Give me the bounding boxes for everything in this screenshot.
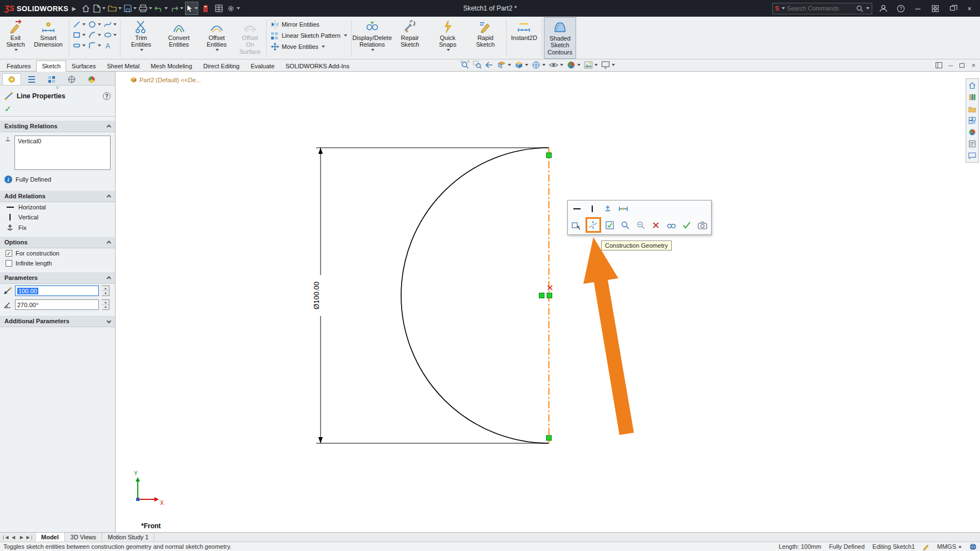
tab-sheet-metal[interactable]: Sheet Metal	[101, 61, 145, 71]
merge-points-button[interactable]	[617, 202, 630, 216]
length-input[interactable]: 100.00	[15, 285, 99, 296]
select-chain-button[interactable]	[570, 218, 583, 232]
feature-manager-tab[interactable]	[22, 73, 41, 85]
dropdown-caret-icon[interactable]	[525, 64, 528, 66]
doc-minimize-icon[interactable]: ─	[949, 62, 953, 69]
for-construction-checkbox[interactable]: ✓	[6, 250, 12, 257]
dropdown-caret-icon[interactable]	[447, 49, 450, 51]
dropdown-caret-icon[interactable]	[594, 64, 598, 66]
collapse-chevron-icon[interactable]	[107, 241, 111, 245]
dropdown-caret-icon[interactable]	[542, 64, 546, 66]
dropdown-caret-icon[interactable]	[102, 7, 106, 9]
zoom-to-fit-button[interactable]	[460, 60, 470, 70]
dropdown-caret-icon[interactable]	[118, 7, 122, 9]
shaded-sketch-contours-button[interactable]: Shaded Sketch Contours	[544, 17, 576, 59]
apply-scene-button[interactable]	[583, 60, 598, 70]
spinner-up-icon[interactable]	[104, 288, 107, 289]
line-tool-button[interactable]	[72, 20, 86, 29]
collapse-chevron-icon[interactable]	[107, 276, 111, 280]
delete-entity-button[interactable]	[649, 218, 663, 232]
dropdown-caret-icon[interactable]	[322, 46, 325, 48]
dropdown-caret-icon[interactable]	[164, 7, 168, 9]
add-horizontal-relation[interactable]: Horizontal	[0, 202, 115, 212]
prev-tab-button[interactable]: ◀	[9, 535, 17, 540]
make-vertical-button[interactable]	[586, 202, 599, 216]
sketch-canvas[interactable]: Ø100.00	[116, 72, 980, 532]
print-button[interactable]	[138, 2, 153, 15]
display-style-button[interactable]	[531, 60, 546, 70]
instant2d-button[interactable]: Instant2D	[508, 17, 540, 59]
length-spinner[interactable]	[102, 285, 109, 296]
dropdown-caret-icon[interactable]	[82, 44, 86, 47]
tile-windows-button[interactable]	[929, 2, 941, 14]
dropdown-caret-icon[interactable]	[577, 64, 581, 66]
logo-flyout-arrow-icon[interactable]: ▶	[72, 6, 76, 12]
feature-tree-flyout[interactable]: Part2 (Default) <<De...	[130, 76, 201, 83]
search-scope-caret-icon[interactable]	[782, 7, 785, 9]
dropdown-caret-icon[interactable]	[180, 7, 183, 9]
dropdown-caret-icon[interactable]	[113, 23, 117, 26]
help-globe-icon[interactable]	[969, 543, 977, 550]
options-header[interactable]: Options	[0, 236, 115, 248]
dropdown-caret-icon[interactable]	[98, 34, 101, 36]
dropdown-caret-icon[interactable]	[133, 7, 137, 9]
tab-model[interactable]: Model	[36, 533, 65, 542]
fully-define-sketch-button[interactable]	[603, 218, 617, 232]
property-tool-button[interactable]	[199, 2, 212, 15]
property-manager-tab[interactable]	[2, 73, 21, 85]
zoom-to-selection-button[interactable]	[618, 218, 632, 232]
repair-sketch-button[interactable]: Repair Sketch	[391, 17, 429, 59]
spline-tool-button[interactable]	[103, 20, 117, 29]
doc-close-icon[interactable]: ×	[971, 61, 976, 69]
spinner-down-icon[interactable]	[104, 293, 107, 294]
add-fix-relation[interactable]: Fix	[0, 222, 115, 233]
dropdown-caret-icon[interactable]	[508, 64, 511, 66]
dropdown-caret-icon[interactable]	[149, 7, 152, 9]
solidworks-resources-button[interactable]	[967, 81, 978, 91]
move-entities-button[interactable]: Move Entities	[271, 42, 347, 51]
dropdown-caret-icon[interactable]	[216, 49, 219, 51]
file-explorer-button[interactable]	[967, 104, 978, 114]
spinner-down-icon[interactable]	[104, 307, 107, 308]
make-horizontal-button[interactable]	[570, 202, 583, 216]
appearances-button[interactable]	[967, 127, 978, 137]
circle-tool-button[interactable]	[88, 20, 102, 29]
dropdown-caret-icon[interactable]	[194, 7, 198, 9]
home-button[interactable]	[79, 2, 92, 15]
dropdown-caret-icon[interactable]	[237, 7, 240, 9]
help-icon[interactable]: ?	[103, 92, 111, 100]
tab-3d-views[interactable]: 3D Views	[65, 533, 102, 542]
dropdown-caret-icon[interactable]	[113, 34, 117, 36]
zoom-to-area-button[interactable]	[472, 60, 482, 70]
rectangle-tool-button[interactable]	[72, 31, 86, 39]
ok-check-icon[interactable]: ✓	[4, 104, 12, 113]
for-construction-option[interactable]: ✓ For construction	[0, 248, 115, 258]
add-vertical-relation[interactable]: Vertical	[0, 212, 115, 222]
make-fix-button[interactable]	[601, 202, 614, 216]
trim-entities-button[interactable]: Trim Entities	[122, 17, 160, 59]
mirror-entities-button[interactable]: Mirror Entities	[271, 20, 347, 29]
first-tab-button[interactable]: ❘◀	[1, 535, 9, 540]
existing-relations-header[interactable]: Existing Relations	[0, 120, 115, 132]
last-tab-button[interactable]: ▶❘	[26, 535, 34, 540]
sketch-relations-button[interactable]	[665, 218, 678, 232]
design-library-button[interactable]	[967, 92, 978, 102]
tab-features[interactable]: Features	[1, 61, 36, 71]
additional-parameters-header[interactable]: Additional Parameters	[0, 315, 115, 327]
view-palette-button[interactable]	[967, 116, 978, 126]
tab-solidworks-addins[interactable]: SOLIDWORKS Add-Ins	[280, 61, 355, 71]
configuration-manager-tab[interactable]	[42, 73, 61, 85]
sketch-arc[interactable]	[401, 148, 549, 443]
edit-appearance-button[interactable]	[566, 60, 581, 70]
table-tool-button[interactable]	[213, 2, 225, 15]
display-delete-relations-button[interactable]: Display/Delete Relations	[353, 17, 391, 59]
help-button[interactable]: ?	[894, 2, 907, 14]
arc-tool-button[interactable]	[88, 31, 102, 39]
collapse-chevron-icon[interactable]	[107, 194, 111, 199]
dropdown-caret-icon[interactable]	[140, 49, 143, 51]
capture-view-button[interactable]	[696, 218, 709, 232]
previous-view-button[interactable]	[484, 60, 494, 70]
save-button[interactable]	[123, 2, 137, 15]
view-orientation-button[interactable]	[514, 60, 529, 70]
angle-spinner[interactable]	[102, 299, 109, 310]
